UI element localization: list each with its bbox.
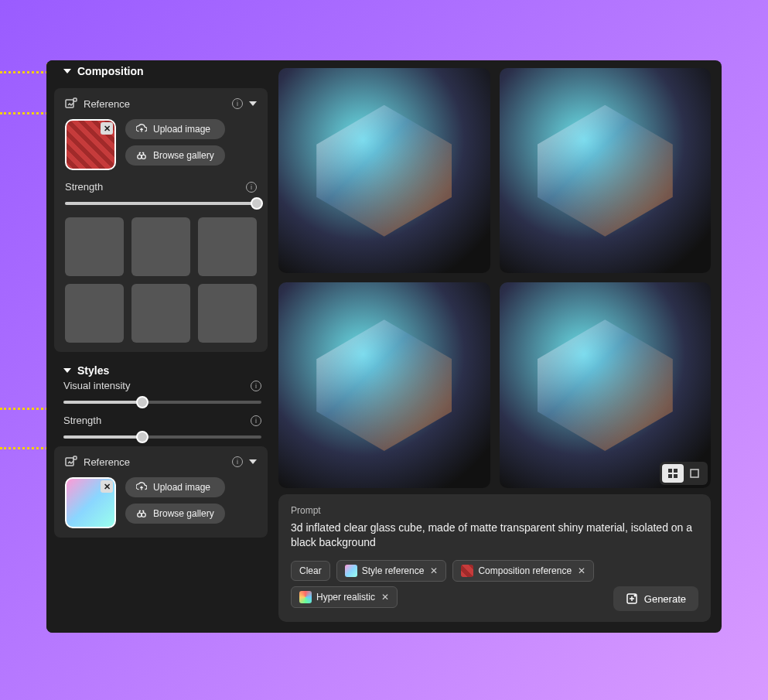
- prompt-label: Prompt: [291, 505, 698, 516]
- tag-swatch-icon: [345, 565, 357, 577]
- generated-image[interactable]: [278, 68, 490, 273]
- composition-title: Composition: [77, 65, 144, 77]
- reference-label: Reference: [84, 98, 130, 110]
- svg-rect-9: [674, 469, 678, 473]
- upload-icon: [136, 482, 147, 493]
- upload-image-button[interactable]: Upload image: [125, 477, 225, 497]
- main-area: Prompt 3d inflated clear glass cube, mad…: [275, 60, 722, 633]
- chevron-down-icon: [63, 368, 71, 373]
- info-icon[interactable]: i: [251, 381, 261, 391]
- grid-view-button[interactable]: [662, 464, 684, 483]
- generated-image-grid: [278, 68, 711, 488]
- chevron-down-icon: [63, 69, 71, 73]
- browse-gallery-button[interactable]: Browse gallery: [125, 145, 225, 166]
- styles-strength-slider[interactable]: [63, 435, 261, 439]
- svg-point-2: [138, 155, 142, 159]
- composition-panel: Reference i ✕ Upload image: [54, 88, 268, 352]
- info-icon[interactable]: i: [251, 415, 261, 426]
- svg-point-6: [138, 513, 142, 517]
- gallery-thumb[interactable]: [131, 217, 190, 276]
- generate-button[interactable]: Generate: [613, 586, 698, 611]
- hyper-realistic-tag[interactable]: Hyper realistic ✕: [291, 586, 398, 608]
- tag-swatch-icon: [461, 565, 473, 577]
- chevron-down-icon[interactable]: [249, 459, 257, 464]
- composition-reference-thumbnail[interactable]: ✕: [65, 119, 116, 170]
- remove-reference-button[interactable]: ✕: [101, 480, 113, 493]
- gallery-thumb[interactable]: [198, 217, 257, 276]
- generated-image[interactable]: [500, 282, 712, 487]
- composition-reference-tag[interactable]: Composition reference ✕: [452, 560, 594, 582]
- browse-gallery-button[interactable]: Browse gallery: [125, 504, 225, 524]
- svg-rect-1: [73, 98, 77, 101]
- styles-strength-label: Strength: [63, 415, 101, 426]
- styles-header[interactable]: Styles: [63, 364, 261, 377]
- generated-image[interactable]: [278, 282, 490, 487]
- sidebar: Composition Reference i ✕: [46, 60, 275, 633]
- style-reference-tag[interactable]: Style reference ✕: [336, 560, 447, 582]
- app-window: Composition Reference i ✕: [46, 60, 722, 633]
- binoculars-icon: [136, 508, 147, 519]
- binoculars-icon: [136, 150, 147, 161]
- single-view-button[interactable]: [684, 464, 705, 483]
- slider-knob[interactable]: [136, 431, 148, 443]
- gallery-thumb[interactable]: [131, 284, 190, 343]
- close-icon[interactable]: ✕: [430, 565, 438, 576]
- info-icon[interactable]: i: [232, 456, 243, 467]
- composition-header[interactable]: Composition: [63, 65, 261, 77]
- svg-rect-5: [73, 456, 77, 459]
- styles-reference-header[interactable]: Reference i: [65, 456, 257, 468]
- svg-point-7: [142, 513, 145, 517]
- svg-point-14: [633, 595, 636, 597]
- gallery-thumb[interactable]: [65, 284, 124, 343]
- svg-rect-12: [691, 470, 698, 477]
- upload-icon: [136, 124, 147, 135]
- gallery-thumb[interactable]: [198, 284, 257, 343]
- visual-intensity-label: Visual intensity: [63, 380, 130, 391]
- strength-label: Strength: [65, 181, 103, 193]
- close-icon[interactable]: ✕: [381, 592, 389, 603]
- gallery-thumb[interactable]: [65, 217, 124, 276]
- generated-image[interactable]: [500, 68, 712, 273]
- prompt-panel: Prompt 3d inflated clear glass cube, mad…: [278, 494, 711, 622]
- styles-title: Styles: [77, 364, 109, 377]
- info-icon[interactable]: i: [232, 98, 243, 109]
- close-icon[interactable]: ✕: [578, 565, 585, 576]
- prompt-text[interactable]: 3d inflated clear glass cube, made of ma…: [291, 521, 698, 551]
- clear-tag[interactable]: Clear: [291, 561, 330, 581]
- view-toggle: [660, 462, 708, 485]
- generate-icon: [626, 592, 638, 605]
- tag-swatch-icon: [299, 591, 312, 603]
- svg-rect-11: [674, 474, 678, 478]
- info-icon[interactable]: i: [246, 182, 257, 193]
- remove-reference-button[interactable]: ✕: [101, 122, 113, 135]
- styles-reference-panel: Reference i ✕ Upload image: [54, 446, 268, 538]
- visual-intensity-slider[interactable]: [63, 401, 261, 404]
- reference-header[interactable]: Reference i: [65, 97, 257, 110]
- svg-point-3: [142, 155, 145, 159]
- reference-icon: [65, 97, 77, 110]
- slider-knob[interactable]: [251, 197, 263, 210]
- slider-knob[interactable]: [136, 396, 148, 408]
- reference-label: Reference: [84, 456, 130, 468]
- example-gallery: [65, 217, 257, 343]
- composition-strength-slider[interactable]: [65, 202, 257, 205]
- chevron-down-icon[interactable]: [249, 101, 257, 106]
- svg-rect-8: [668, 469, 672, 473]
- svg-rect-10: [668, 474, 672, 478]
- upload-image-button[interactable]: Upload image: [125, 119, 225, 139]
- reference-icon: [65, 456, 77, 468]
- style-reference-thumbnail[interactable]: ✕: [65, 477, 116, 528]
